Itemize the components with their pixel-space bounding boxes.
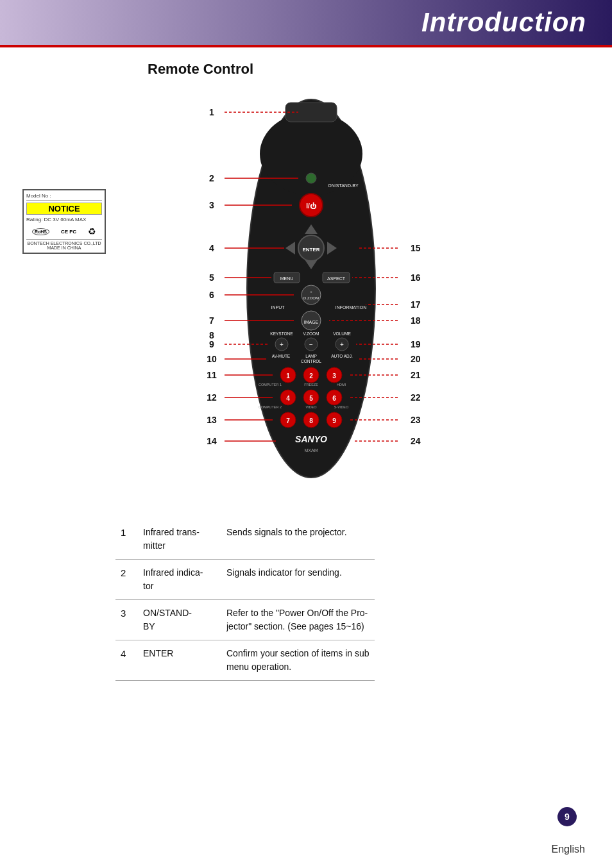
svg-text:22: 22: [411, 392, 421, 403]
remote-control-area: 1 2 ON/STAND-BY I/⏻ 3 ENTER 4 MENU ASPEC…: [112, 83, 510, 519]
svg-text:24: 24: [411, 436, 421, 446]
svg-text:AUTO ADJ.: AUTO ADJ.: [331, 354, 353, 358]
svg-text:INFORMATION: INFORMATION: [336, 305, 366, 310]
svg-text:LAMP: LAMP: [305, 354, 317, 358]
row-desc: Sends signals to the projector.: [221, 519, 375, 560]
svg-text:4: 4: [209, 243, 214, 253]
svg-text:V.ZOOM: V.ZOOM: [303, 331, 319, 336]
rohs-logo: RoHS: [32, 228, 49, 235]
svg-text:HDMI: HDMI: [337, 383, 346, 387]
row-name: Infrared indica-tor: [138, 560, 221, 600]
notice-box: Model No : NOTICE Rating: DC 3V 60mA MAX…: [22, 189, 106, 254]
svg-text:15: 15: [411, 243, 421, 253]
svg-text:12: 12: [207, 392, 217, 403]
svg-point-5: [306, 173, 316, 183]
svg-text:19: 19: [411, 339, 421, 349]
table-row-3: 3 ON/STAND-BY Refer to the "Power On/Off…: [115, 600, 375, 640]
row-num: 1: [115, 519, 138, 560]
svg-text:9: 9: [209, 339, 214, 349]
table-row-2: 2 Infrared indica-tor Signals indicator …: [115, 560, 375, 600]
svg-text:21: 21: [411, 370, 421, 380]
svg-text:I/⏻: I/⏻: [306, 202, 317, 210]
svg-text:+: +: [310, 290, 312, 294]
svg-text:9: 9: [332, 417, 336, 424]
table-row-4: 4 ENTER Confirm your section of items in…: [115, 640, 375, 681]
svg-text:7: 7: [286, 417, 290, 424]
svg-text:6: 6: [209, 290, 214, 300]
ce-logo: CE FC: [61, 229, 76, 235]
svg-text:SANYO: SANYO: [295, 434, 327, 444]
row-num: 3: [115, 600, 138, 640]
section-title: Remote Control: [148, 61, 253, 78]
svg-text:VIDEO: VIDEO: [305, 405, 317, 409]
table-row-1: 1 Infrared trans-mitter Sends signals to…: [115, 519, 375, 560]
svg-text:ENTER: ENTER: [302, 247, 319, 253]
svg-text:23: 23: [411, 415, 421, 425]
svg-text:20: 20: [411, 354, 421, 364]
svg-text:COMPUTER 2: COMPUTER 2: [259, 405, 282, 409]
row-desc: Refer to the "Power On/Off the Pro-jecto…: [221, 600, 375, 640]
page-header: Introduction: [0, 0, 612, 45]
row-num: 4: [115, 640, 138, 681]
svg-text:10: 10: [207, 354, 217, 364]
svg-point-29: [302, 285, 321, 305]
row-desc: Signals indicator for sending.: [221, 560, 375, 600]
svg-text:−: −: [309, 341, 313, 348]
svg-text:6: 6: [332, 395, 336, 402]
svg-text:MENU: MENU: [280, 276, 294, 281]
svg-text:VOLUME: VOLUME: [333, 331, 351, 336]
svg-text:2: 2: [309, 372, 313, 380]
svg-text:5: 5: [209, 272, 214, 283]
page-number: 9: [557, 807, 577, 826]
header-underline: [0, 45, 612, 47]
row-num: 2: [115, 560, 138, 600]
svg-text:IMAGE: IMAGE: [304, 320, 319, 324]
row-name: ON/STAND-BY: [138, 600, 221, 640]
row-name: Infrared trans-mitter: [138, 519, 221, 560]
row-name: ENTER: [138, 640, 221, 681]
svg-text:1: 1: [209, 107, 214, 117]
rating-text: Rating: DC 3V 60mA MAX: [26, 217, 102, 222]
language-label: English: [552, 844, 585, 855]
svg-text:FREEZE: FREEZE: [304, 383, 318, 387]
svg-text:+: +: [280, 341, 284, 348]
made-in-china: BONTECH ELECTRONICS CO.,LTDMADE IN CHINA: [26, 239, 102, 250]
svg-text:ON/STAND-BY: ON/STAND-BY: [328, 183, 359, 188]
svg-text:+: +: [340, 341, 344, 348]
svg-text:D.ZOOM: D.ZOOM: [303, 296, 319, 300]
row-desc: Confirm your section of items in submenu…: [221, 640, 375, 681]
remote-svg: 1 2 ON/STAND-BY I/⏻ 3 ENTER 4 MENU ASPEC…: [112, 83, 510, 519]
page-title: Introduction: [421, 7, 586, 38]
svg-text:11: 11: [207, 370, 217, 380]
logos-area: RoHS CE FC ♻: [26, 226, 102, 237]
svg-text:3: 3: [209, 200, 214, 210]
svg-text:2: 2: [209, 173, 214, 183]
svg-text:18: 18: [411, 315, 421, 326]
svg-text:MXAM: MXAM: [305, 448, 318, 453]
svg-text:13: 13: [207, 415, 217, 425]
svg-text:17: 17: [411, 299, 421, 310]
model-label: Model No :: [26, 193, 102, 201]
svg-text:ASPECT: ASPECT: [327, 276, 346, 281]
svg-text:3: 3: [332, 372, 336, 380]
svg-text:COMPUTER 1: COMPUTER 1: [259, 383, 282, 387]
svg-text:16: 16: [411, 272, 421, 283]
svg-text:S-VIDEO: S-VIDEO: [334, 405, 349, 409]
svg-text:1: 1: [286, 372, 290, 380]
svg-text:AV-MUTE: AV-MUTE: [272, 354, 291, 358]
svg-text:CONTROL: CONTROL: [301, 359, 321, 363]
recycle-icon: ♻: [88, 226, 96, 237]
svg-text:7: 7: [209, 315, 214, 326]
notice-title: NOTICE: [26, 203, 102, 215]
svg-text:4: 4: [286, 395, 290, 402]
svg-text:KEYSTONE: KEYSTONE: [270, 331, 293, 336]
svg-text:INPUT: INPUT: [271, 305, 285, 310]
svg-text:5: 5: [309, 395, 313, 402]
info-table: 1 Infrared trans-mitter Sends signals to…: [115, 519, 375, 681]
svg-text:8: 8: [309, 417, 313, 424]
svg-text:14: 14: [207, 436, 217, 446]
